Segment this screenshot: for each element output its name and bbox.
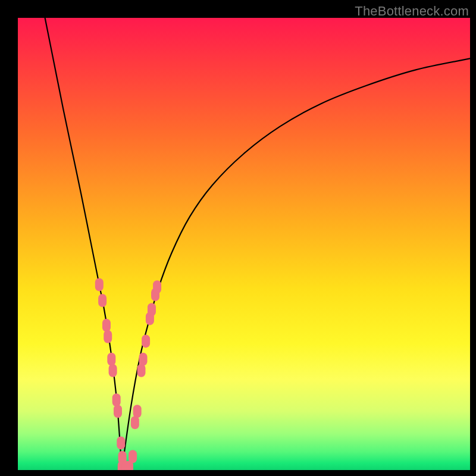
marker-dot — [153, 280, 161, 293]
marker-dot — [98, 294, 107, 307]
curve-right-branch — [122, 58, 470, 470]
watermark-text: TheBottleneck.com — [355, 4, 469, 19]
marker-dot — [148, 303, 156, 316]
marker-dots — [95, 278, 161, 470]
marker-dot — [142, 334, 150, 347]
curve-left-branch — [45, 18, 122, 470]
marker-dot — [133, 405, 142, 418]
marker-dot — [109, 364, 117, 377]
marker-dot — [112, 393, 121, 406]
marker-dot — [117, 436, 125, 449]
marker-dot — [131, 416, 139, 429]
marker-dot — [139, 353, 148, 366]
chart-svg — [18, 18, 470, 470]
marker-dot — [104, 330, 112, 343]
marker-dot — [129, 450, 137, 463]
marker-dot — [102, 319, 111, 332]
marker-dot — [107, 353, 115, 366]
marker-dot — [114, 405, 122, 418]
marker-dot — [137, 364, 145, 377]
outer-frame: TheBottleneck.com — [0, 0, 476, 476]
marker-dot — [95, 278, 104, 291]
plot-area — [18, 18, 470, 470]
